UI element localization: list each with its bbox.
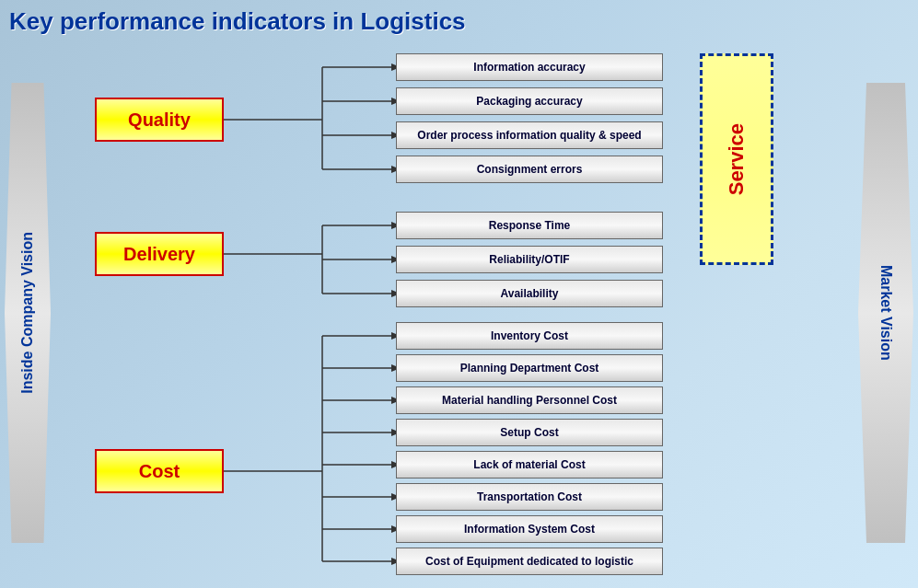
left-arrow-label: Inside Company Vision bbox=[19, 232, 36, 394]
category-delivery: Delivery bbox=[95, 232, 224, 276]
left-arrow: Inside Company Vision bbox=[0, 74, 55, 552]
kpi-reliability: Reliability/OTIF bbox=[396, 246, 663, 273]
page-title: Key performance indicators in Logistics bbox=[9, 7, 466, 36]
kpi-inventory-cost: Inventory Cost bbox=[396, 322, 663, 350]
kpi-consignment-errors: Consignment errors bbox=[396, 156, 663, 183]
kpi-packaging-accuracy: Packaging accuracy bbox=[396, 87, 663, 115]
kpi-material-handling-cost: Material handling Personnel Cost bbox=[396, 386, 663, 414]
kpi-planning-dept-cost: Planning Department Cost bbox=[396, 354, 663, 382]
service-box: Service bbox=[700, 53, 773, 265]
kpi-information-accuracy: Information accuracy bbox=[396, 53, 663, 81]
service-label: Service bbox=[725, 123, 749, 195]
kpi-availability: Availability bbox=[396, 280, 663, 307]
kpi-response-time: Response Time bbox=[396, 212, 663, 239]
kpi-order-process: Order process information quality & spee… bbox=[396, 121, 663, 149]
kpi-information-system-cost: Information System Cost bbox=[396, 515, 663, 543]
category-quality: Quality bbox=[95, 98, 224, 142]
kpi-equipment-cost: Cost of Equipment dedicated to logistic bbox=[396, 548, 663, 575]
right-arrow: Market Vision bbox=[854, 74, 918, 552]
kpi-setup-cost: Setup Cost bbox=[396, 419, 663, 446]
right-arrow-label: Market Vision bbox=[877, 265, 894, 361]
kpi-transportation-cost: Transportation Cost bbox=[396, 483, 663, 511]
category-cost: Cost bbox=[95, 449, 224, 493]
kpi-lack-material-cost: Lack of material Cost bbox=[396, 451, 663, 478]
